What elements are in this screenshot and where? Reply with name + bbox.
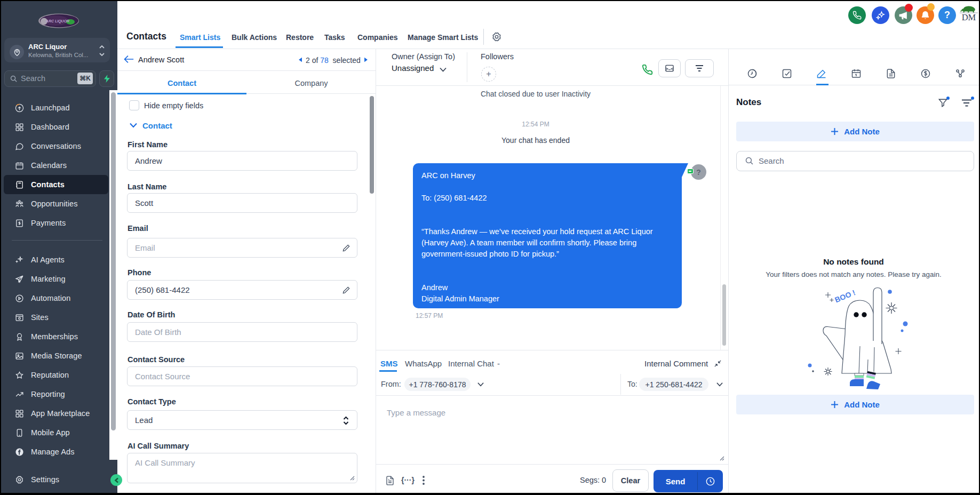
svg-text:DM: DM — [962, 12, 976, 22]
svg-text:ARC LIQUOR: ARC LIQUOR — [45, 19, 69, 23]
